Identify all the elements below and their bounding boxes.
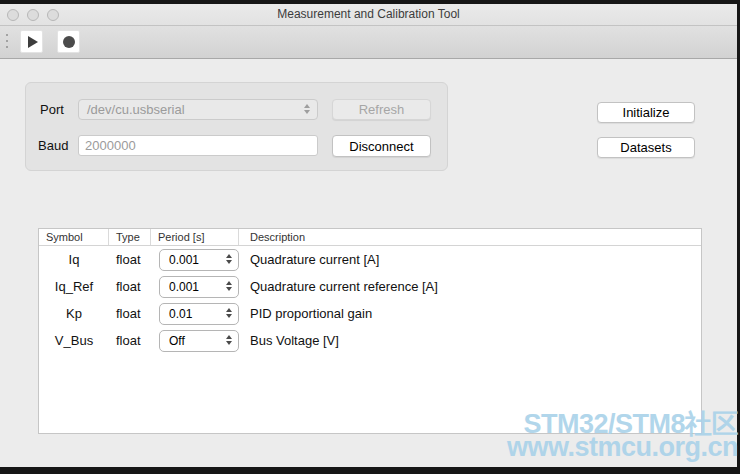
close-window-button[interactable]: [7, 9, 19, 21]
description-cell: PID proportional gain: [239, 306, 701, 321]
main-content: Port /dev/cu.usbserial Refresh Baud Disc…: [0, 59, 737, 466]
period-stepper[interactable]: 0.001: [159, 276, 239, 298]
port-select-value: /dev/cu.usbserial: [87, 102, 185, 117]
chevron-up-down-icon: [226, 335, 232, 345]
column-header-description: Description: [239, 229, 701, 245]
column-header-period: Period [s]: [151, 229, 239, 245]
type-cell: float: [109, 333, 151, 348]
symbol-cell: Iq: [39, 252, 109, 267]
symbol-cell: Iq_Ref: [39, 279, 109, 294]
period-value: 0.001: [169, 280, 199, 294]
window-controls: [7, 9, 59, 21]
table-row: Kp float 0.01 PID proportional gain: [39, 300, 701, 327]
chevron-up-down-icon: [226, 308, 232, 318]
port-label: Port: [40, 99, 64, 120]
symbol-cell: V_Bus: [39, 333, 109, 348]
window-title: Measurement and Calibration Tool: [0, 4, 737, 25]
signal-table: Symbol Type Period [s] Description Iq fl…: [38, 228, 702, 434]
description-cell: Quadrature current [A]: [239, 252, 701, 267]
table-row: Iq float 0.001 Quadrature current [A]: [39, 246, 701, 273]
chevron-up-down-icon: [304, 104, 310, 114]
record-icon: [63, 36, 75, 48]
datasets-button[interactable]: Datasets: [597, 137, 695, 158]
description-cell: Quadrature current reference [A]: [239, 279, 701, 294]
type-cell: float: [109, 306, 151, 321]
type-cell: float: [109, 279, 151, 294]
period-stepper[interactable]: 0.001: [159, 249, 239, 271]
table-header: Symbol Type Period [s] Description: [39, 229, 701, 246]
baud-input[interactable]: [78, 135, 318, 156]
drag-handle-dots-icon: [6, 34, 8, 48]
chevron-up-down-icon: [226, 281, 232, 291]
zoom-window-button[interactable]: [47, 9, 59, 21]
refresh-button[interactable]: Refresh: [332, 99, 431, 120]
column-header-type: Type: [109, 229, 151, 245]
connection-groupbox: Port /dev/cu.usbserial Refresh Baud Disc…: [25, 82, 448, 171]
table-row: V_Bus float Off Bus Voltage [V]: [39, 327, 701, 354]
start-measurement-button[interactable]: [20, 30, 43, 53]
baud-label: Baud: [38, 135, 68, 156]
type-cell: float: [109, 252, 151, 267]
toolbar: [0, 26, 737, 59]
port-select[interactable]: /dev/cu.usbserial: [78, 99, 318, 120]
period-stepper[interactable]: 0.01: [159, 303, 239, 325]
description-cell: Bus Voltage [V]: [239, 333, 701, 348]
disconnect-button[interactable]: Disconnect: [332, 135, 431, 157]
symbol-cell: Kp: [39, 306, 109, 321]
chevron-up-down-icon: [226, 254, 232, 264]
record-button[interactable]: [57, 30, 80, 53]
minimize-window-button[interactable]: [27, 9, 39, 21]
initialize-button[interactable]: Initialize: [597, 102, 695, 123]
title-bar: Measurement and Calibration Tool: [0, 4, 737, 26]
period-value: Off: [169, 334, 185, 348]
app-window: Measurement and Calibration Tool Port /d…: [0, 4, 737, 467]
period-stepper[interactable]: Off: [159, 330, 239, 352]
column-header-symbol: Symbol: [39, 229, 109, 245]
play-icon: [28, 36, 38, 48]
period-value: 0.01: [169, 307, 192, 321]
table-row: Iq_Ref float 0.001 Quadrature current re…: [39, 273, 701, 300]
period-value: 0.001: [169, 253, 199, 267]
